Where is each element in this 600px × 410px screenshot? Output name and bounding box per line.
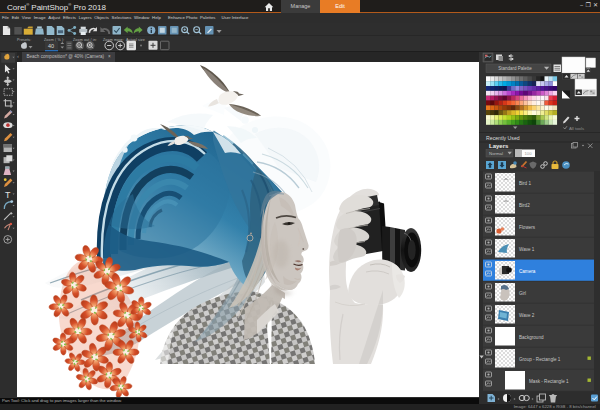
svg-text:Wave 1: Wave 1	[519, 247, 535, 252]
svg-text:Bird2: Bird2	[519, 203, 530, 208]
svg-text:Standard Palette: Standard Palette	[498, 66, 532, 71]
svg-text:Layers: Layers	[489, 143, 509, 149]
svg-text:Camera: Camera	[519, 269, 536, 274]
svg-text:Recently Used: Recently Used	[486, 135, 520, 141]
svg-text:Mask - Rectangle 1: Mask - Rectangle 1	[529, 379, 569, 384]
svg-text:Bird 1: Bird 1	[519, 181, 531, 186]
svg-text:Group - Rectangle 1: Group - Rectangle 1	[519, 357, 561, 362]
svg-text:Flowers: Flowers	[519, 225, 536, 230]
svg-text:Background: Background	[519, 335, 544, 340]
svg-text:100: 100	[525, 151, 533, 156]
svg-text:Wave 2: Wave 2	[519, 313, 535, 318]
svg-text:Girl: Girl	[519, 291, 526, 296]
svg-text:All tools: All tools	[569, 126, 584, 131]
svg-text:40: 40	[48, 43, 54, 49]
svg-text:T: T	[5, 190, 11, 200]
svg-text:Normal: Normal	[489, 151, 503, 156]
